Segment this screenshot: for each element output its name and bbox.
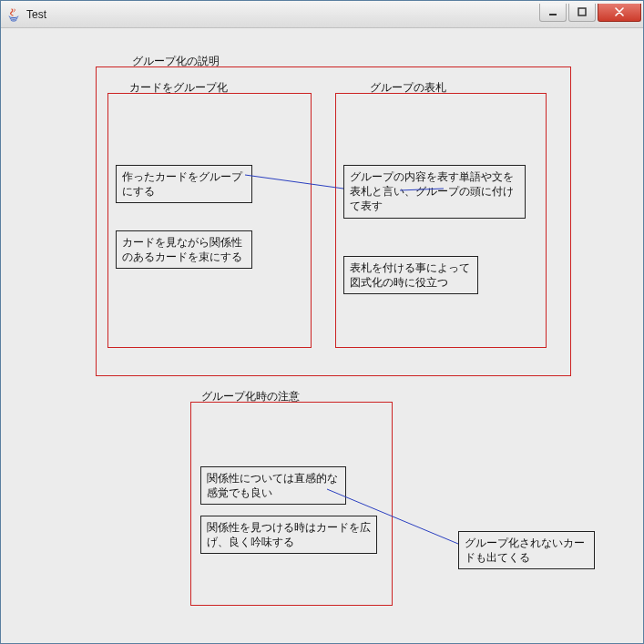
app-window: Test グループ化の説明 カードをグループ化 作ったカードをグループにする カ… <box>0 0 644 644</box>
close-button[interactable] <box>598 4 641 22</box>
svg-rect-0 <box>549 14 557 15</box>
card-a2[interactable]: カードを見ながら関係性のあるカードを束にする <box>116 230 252 269</box>
maximize-button[interactable] <box>568 4 596 22</box>
client-area[interactable]: グループ化の説明 カードをグループ化 作ったカードをグループにする カードを見な… <box>8 34 636 636</box>
card-a1[interactable]: 作ったカードをグループにする <box>116 165 252 203</box>
groupbox-right[interactable]: グループの内容を表す単語や文を表札と言い、グループの頭に付けて表す 表札を付ける… <box>335 93 547 348</box>
window-controls <box>539 4 641 22</box>
java-icon <box>6 7 21 22</box>
card-b1[interactable]: グループの内容を表す単語や文を表札と言い、グループの頭に付けて表す <box>343 165 526 219</box>
window-title: Test <box>26 8 46 21</box>
card-c2[interactable]: 関係性を見つける時はカードを広げ、良く吟味する <box>200 516 377 554</box>
groupbox-outer[interactable]: カードをグループ化 作ったカードをグループにする カードを見ながら関係性のあるカ… <box>96 66 571 376</box>
minimize-button[interactable] <box>539 4 567 22</box>
groupbox-bottom[interactable]: 関係性については直感的な感覚でも良い 関係性を見つける時はカードを広げ、良く吟味… <box>190 402 393 606</box>
card-c1[interactable]: 関係性については直感的な感覚でも良い <box>200 466 346 505</box>
card-b2[interactable]: 表札を付ける事によって図式化の時に役立つ <box>343 256 478 294</box>
card-d1[interactable]: グループ化されないカードも出てくる <box>458 531 595 569</box>
title-bar: Test <box>1 1 643 28</box>
groupbox-left[interactable]: 作ったカードをグループにする カードを見ながら関係性のあるカードを束にする <box>107 93 312 348</box>
svg-rect-1 <box>578 8 586 15</box>
